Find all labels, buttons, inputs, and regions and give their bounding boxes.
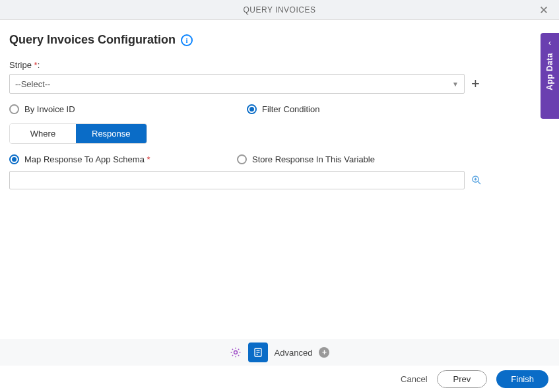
radio-filter-condition-label: Filter Condition <box>262 104 319 114</box>
doc-svg-icon <box>253 347 263 358</box>
query-mode-row: By Invoice ID Filter Condition <box>9 104 550 114</box>
chevron-down-icon: ▼ <box>452 81 459 88</box>
radio-filter-condition-group[interactable]: Filter Condition <box>247 104 319 114</box>
radio-store-variable[interactable] <box>237 154 247 164</box>
tab-where[interactable]: Where <box>10 124 76 143</box>
stripe-select-row: --Select-- ▼ + <box>9 74 550 94</box>
tab-group: Where Response <box>9 123 147 144</box>
stripe-select-value: --Select-- <box>15 79 50 89</box>
radio-store-variable-label: Store Response In This Variable <box>252 154 375 164</box>
search-plus-icon[interactable] <box>471 175 482 185</box>
radio-map-schema[interactable] <box>9 154 19 164</box>
gear-icon[interactable] <box>230 346 242 358</box>
radio-map-schema-group[interactable]: Map Response To App Schema * <box>9 154 237 164</box>
tab-response[interactable]: Response <box>76 124 147 143</box>
side-panel-label: App Data <box>545 53 554 90</box>
document-icon[interactable] <box>248 343 268 362</box>
close-button[interactable] <box>538 4 550 16</box>
advanced-label: Advanced <box>275 348 313 358</box>
add-stripe-button[interactable]: + <box>471 77 480 91</box>
stripe-select[interactable]: --Select-- ▼ <box>9 74 465 94</box>
content-area: Query Invoices Configuration i Stripe *:… <box>0 20 559 339</box>
radio-by-invoice-id-group[interactable]: By Invoice ID <box>9 104 247 114</box>
radio-filter-condition[interactable] <box>247 104 257 114</box>
modal-header: QUERY INVOICES <box>0 0 559 20</box>
prev-button[interactable]: Prev <box>437 370 488 388</box>
response-mode-row: Map Response To App Schema * Store Respo… <box>9 154 550 164</box>
app-data-side-panel[interactable]: ‹ App Data <box>541 33 559 119</box>
footer-buttons: Cancel Prev Finish <box>0 366 559 392</box>
close-icon <box>539 5 548 15</box>
advanced-plus-button[interactable]: + <box>319 347 329 358</box>
bottom-toolbar: Advanced + <box>0 339 559 366</box>
info-icon[interactable]: i <box>181 34 193 46</box>
finish-button[interactable]: Finish <box>496 370 548 388</box>
svg-point-6 <box>234 351 237 354</box>
schema-input[interactable] <box>9 171 465 189</box>
page-title-row: Query Invoices Configuration i <box>9 33 550 47</box>
radio-by-invoice-id[interactable] <box>9 104 19 114</box>
chevron-left-icon: ‹ <box>548 38 551 48</box>
svg-line-5 <box>478 181 480 184</box>
radio-map-schema-label: Map Response To App Schema * <box>24 154 150 164</box>
radio-by-invoice-id-label: By Invoice ID <box>24 104 75 114</box>
cancel-button[interactable]: Cancel <box>401 374 427 384</box>
schema-input-row <box>9 171 550 189</box>
modal-title: QUERY INVOICES <box>244 5 316 15</box>
stripe-label: Stripe *: <box>9 60 40 70</box>
radio-store-variable-group[interactable]: Store Response In This Variable <box>237 154 375 164</box>
page-title: Query Invoices Configuration <box>9 33 176 47</box>
